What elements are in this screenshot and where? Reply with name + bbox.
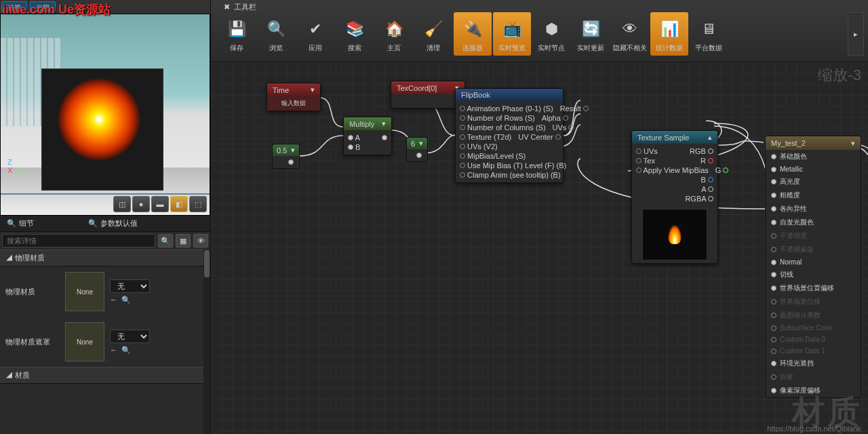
section-physical-material[interactable]: ◢ 物理材质 [0,250,210,267]
toolbar-icon: 📺 [500,18,524,41]
prop-physical-material-mask: 物理材质遮罩 None 无 ←🔍 [0,317,210,367]
toolbar-清理[interactable]: 🧹清理 [414,12,452,56]
toolbar-icon: 🔍 [264,18,288,41]
material-pin-Custom Data 0: Custom Data 0 [766,334,861,345]
asset-browse-icon[interactable]: 🔍 [121,346,131,355]
material-pin-不透明度: 不透明度 [766,229,861,243]
material-pin-各向异性[interactable]: 各向异性 [766,202,861,216]
wrench-icon: ✖ [224,3,230,12]
toolbar-icon: 📚 [343,18,366,41]
search-icon: 🔍 [88,219,98,228]
watermark-url: https://blog.csdn.net/Qlblank [767,425,861,433]
material-pin-Metallic[interactable]: Metallic [766,163,861,175]
toolbar-连接器[interactable]: 🔌连接器 [454,12,492,56]
material-pin-Custom Data 1: Custom Data 1 [766,345,861,357]
toolbar-header: ✖工具栏 [218,0,262,14]
toolbar-搜索[interactable]: 📚搜索 [336,12,374,56]
toolbar-实时节点[interactable]: ⬢实时节点 [532,12,570,56]
node-texture-sample[interactable]: Texture Sample▴ UVsRGB TexR Apply View M… [631,130,718,264]
toolbar-icon: 🔄 [579,18,602,41]
toolbar-icon: 🔌 [461,18,484,41]
tab-details[interactable]: 🔍细节 [0,216,41,231]
asset-browse-icon[interactable]: 🔍 [121,296,131,304]
toolbar-实时更新[interactable]: 🔄实时更新 [572,12,610,56]
material-pin-环境光遮挡[interactable]: 环境光遮挡 [766,357,861,370]
toolbar-icon: 📊 [658,18,681,41]
material-pin-基础颜色[interactable]: 基础颜色 [766,150,861,163]
shape-custom-button[interactable]: ⬚ [189,196,207,212]
node-texcoord[interactable]: TexCoord[0]▾ [391,81,465,108]
details-panel: ◢ 物理材质 物理材质 None 无 ←🔍 物理材质遮罩 None 无 ←🔍 ◢… [0,250,210,434]
material-pin-Normal[interactable]: Normal [766,256,861,268]
toolbar-保存[interactable]: 💾保存 [218,12,256,56]
asset-back-icon[interactable]: ← [110,346,117,355]
asset-back-icon[interactable]: ← [110,296,117,304]
texture-preview-thumbnail [642,209,707,260]
toolbar-icon: 🖥 [697,18,720,41]
axis-gizmo: ZXY [7,158,23,174]
material-pin-粗糙度[interactable]: 粗糙度 [766,189,861,202]
toolbar-icon: ✔ [304,18,327,41]
search-submit-icon[interactable]: 🔍 [158,234,173,248]
toolbar-应用[interactable]: ✔应用 [296,12,334,56]
material-pin-不透明蒙版: 不透明蒙版 [766,243,861,256]
left-panel: 透视 光照 ZXY ◫ ● ▬ ◧ ⬚ 🔍细节 🔍参数默认值 🔍 ▦ 👁 ◢ 物… [0,0,211,434]
node-material-output[interactable]: My_test_2▾ 基础颜色 Metallic 高光度 粗糙度 各向异性 自发… [765,136,861,398]
toolbar-浏览[interactable]: 🔍浏览 [257,12,295,56]
material-pin-Subsurface Color: Subsurface Color [766,322,861,334]
toolbar-icon: 🧹 [422,18,445,41]
shape-plane-button[interactable]: ▬ [151,196,169,212]
toolbar-expand-button[interactable]: ▸ [848,12,864,56]
node-const-05[interactable]: 0.5▾ [272,144,300,169]
material-graph[interactable]: 缩放-3 Time▾ 输入数据 0.5▾ Mult [211,62,868,434]
toolbar-icon: ⬢ [540,18,563,41]
material-pin-切线[interactable]: 切线 [766,268,861,281]
toolbar-平台数据[interactable]: 🖥平台数据 [690,12,728,56]
asset-thumbnail[interactable]: None [65,272,104,311]
view-grid-icon[interactable]: ▦ [176,234,191,248]
shape-cube-button[interactable]: ◧ [170,196,188,212]
toolbar-icon: 👁 [618,18,642,41]
toolbar: 💾保存🔍浏览✔应用📚搜索🏠主页🧹清理🔌连接器📺实时预览⬢实时节点🔄实时更新👁隐藏… [211,0,868,62]
material-pin-世界场景位置偏移[interactable]: 世界场景位置偏移 [766,281,861,295]
section-material[interactable]: ◢ 材质 [0,367,210,384]
asset-thumbnail[interactable]: None [65,322,104,361]
shape-sphere-button[interactable]: ● [132,196,150,212]
search-icon: 🔍 [7,219,16,228]
zoom-label: 缩放-3 [818,65,861,85]
search-input[interactable] [2,234,155,248]
node-flipbook[interactable]: FlipBook Animation Phase (0-1) (S)Result… [455,88,564,183]
toolbar-隐藏不相关[interactable]: 👁隐藏不相关 [611,12,649,56]
prop-physical-material: 物理材质 None 无 ←🔍 [0,267,210,317]
material-pin-自发光颜色[interactable]: 自发光颜色 [766,216,861,229]
toolbar-icon: 🏠 [382,18,406,41]
view-eye-icon[interactable]: 👁 [193,234,208,248]
material-pin-曲面细分乘数: 曲面细分乘数 [766,309,861,322]
material-pin-高光度[interactable]: 高光度 [766,175,861,189]
asset-dropdown[interactable]: 无 [110,330,150,343]
toolbar-统计数据[interactable]: 📊统计数据 [650,12,688,56]
shape-cylinder-button[interactable]: ◫ [113,196,131,212]
watermark-topleft: iiiue.com Ue资源站 [2,1,111,18]
node-multiply[interactable]: Multiply▾ A B [343,117,392,155]
material-pin-世界场景位移: 世界场景位移 [766,295,861,309]
asset-dropdown[interactable]: 无 [110,279,150,293]
material-preview-viewport[interactable]: ZXY ◫ ● ▬ ◧ ⬚ [0,14,210,216]
details-scrollbar[interactable] [203,250,210,434]
node-time[interactable]: Time▾ 输入数据 [267,83,321,111]
material-pin-折射: 折射 [766,370,861,384]
toolbar-主页[interactable]: 🏠主页 [375,12,413,56]
toolbar-icon: 💾 [225,18,248,41]
tab-params[interactable]: 🔍参数默认值 [81,216,144,231]
toolbar-实时预览[interactable]: 📺实时预览 [493,12,531,56]
node-const-6[interactable]: 6▾ [406,137,428,162]
